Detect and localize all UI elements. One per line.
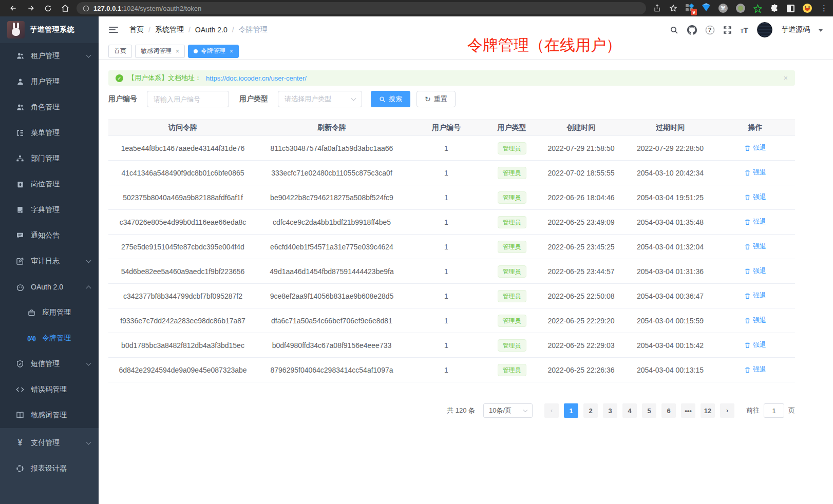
- col-actions: 操作: [715, 120, 795, 136]
- force-logout-button[interactable]: 强退: [744, 143, 766, 152]
- chevron-up-icon: [86, 285, 91, 290]
- force-logout-button[interactable]: 强退: [744, 242, 766, 251]
- users-icon: [15, 52, 25, 61]
- page-button-2[interactable]: 2: [583, 403, 598, 418]
- breadcrumb: 首页/ 系统管理/ OAuth 2.0/ 令牌管理: [129, 25, 268, 34]
- force-logout-button[interactable]: 强退: [744, 291, 766, 300]
- user-type-badge: 管理员: [498, 191, 526, 204]
- page-content: ✓ 【用户体系】文档地址： https://doc.iocoder.cn/use…: [99, 60, 833, 418]
- create-time-cell: 2022-06-25 22:26:36: [537, 358, 625, 382]
- bookmark-star-icon[interactable]: [669, 4, 677, 12]
- reset-button[interactable]: ↻ 重置: [416, 91, 456, 107]
- app-logo: 芋道管理系统: [0, 16, 99, 43]
- help-icon[interactable]: ?: [706, 26, 714, 34]
- sidebar-item-role[interactable]: 角色管理: [0, 94, 99, 120]
- force-logout-button[interactable]: 强退: [744, 168, 766, 177]
- ext-grid-icon[interactable]: 9: [686, 4, 694, 12]
- breadcrumb-system[interactable]: 系统管理: [155, 25, 184, 34]
- sidebar-item-dict[interactable]: 字典管理: [0, 197, 99, 223]
- home-icon[interactable]: [61, 4, 69, 12]
- create-time-cell: 2022-06-25 23:44:57: [537, 259, 625, 284]
- sidebar-item-errcode[interactable]: 错误码管理: [0, 377, 99, 402]
- table-header-row: 访问令牌 刷新令牌 用户编号 用户类型 创建时间 过期时间 操作: [108, 120, 795, 136]
- goto-page-input[interactable]: [764, 403, 784, 418]
- reload-icon[interactable]: [44, 5, 52, 12]
- force-logout-button[interactable]: 强退: [744, 365, 766, 374]
- hamburger-icon[interactable]: [109, 27, 118, 33]
- fullscreen-icon[interactable]: [723, 26, 732, 34]
- breadcrumb-home[interactable]: 首页: [129, 25, 144, 34]
- create-time-cell: 2022-06-26 18:04:46: [537, 185, 625, 210]
- sidebar-item-menu[interactable]: 菜单管理: [0, 120, 99, 146]
- trash-icon: [744, 219, 751, 225]
- sidebar-item-sensitive[interactable]: 敏感词管理: [0, 402, 99, 428]
- sidebar-item-pay[interactable]: ¥ 支付管理: [0, 430, 99, 456]
- force-logout-button[interactable]: 强退: [744, 316, 766, 325]
- page-button-1[interactable]: 1: [564, 403, 578, 418]
- access-token-cell: c342377bf8b344799dcbf7bf095287f2: [108, 284, 257, 308]
- search-button[interactable]: 搜索: [371, 91, 410, 107]
- ext-gem-icon[interactable]: [702, 5, 710, 11]
- sidebar-item-audit[interactable]: 审计日志: [0, 248, 99, 274]
- sidebar-item-report[interactable]: 报表设计器: [0, 456, 99, 481]
- sidebar-item-user[interactable]: 用户管理: [0, 69, 99, 94]
- close-icon[interactable]: ×: [230, 48, 233, 55]
- page-button-6[interactable]: 6: [661, 403, 676, 418]
- ext-command-icon[interactable]: ⌘: [718, 4, 728, 13]
- share-icon[interactable]: [653, 4, 661, 12]
- sidebar-item-dept[interactable]: 部门管理: [0, 146, 99, 171]
- sidebar-item-oauth-token[interactable]: ((A)) 令牌管理: [0, 325, 99, 351]
- sidebar-item-oauth-app[interactable]: 应用管理: [0, 300, 99, 325]
- doc-link[interactable]: https://doc.iocoder.cn/user-center/: [206, 74, 307, 82]
- font-size-icon[interactable]: TT: [741, 26, 748, 34]
- page-size-select[interactable]: 10条/页: [483, 403, 533, 418]
- chevron-down-icon: [86, 440, 91, 445]
- page-button-5[interactable]: 5: [642, 403, 656, 418]
- user-avatar[interactable]: [757, 22, 772, 37]
- browser-menu-icon[interactable]: ⋮: [820, 6, 828, 11]
- address-bar[interactable]: 127.0.0.1:1024/system/oauth2/token: [77, 2, 646, 14]
- tab-sensitive-words[interactable]: 敏感词管理×: [135, 45, 185, 58]
- breadcrumb-current: 令牌管理: [239, 25, 268, 34]
- user-id-cell: 1: [406, 136, 486, 161]
- table-row: 54d6be82ee5a460a9aedc1f9bf223656 49d1aa4…: [108, 259, 795, 284]
- prev-page-button[interactable]: ‹: [544, 403, 559, 418]
- user-type-select[interactable]: 请选择用户类型: [278, 91, 362, 107]
- next-page-button[interactable]: ›: [720, 403, 734, 418]
- close-icon[interactable]: ×: [176, 48, 179, 55]
- forward-icon[interactable]: [27, 4, 35, 12]
- code-icon: [15, 385, 25, 394]
- ext-puzzle-icon[interactable]: [770, 4, 779, 12]
- user-menu-caret-icon[interactable]: [819, 29, 823, 32]
- tab-home[interactable]: 首页: [108, 45, 132, 58]
- site-info-icon[interactable]: [83, 5, 89, 12]
- page-button-4[interactable]: 4: [622, 403, 637, 418]
- force-logout-button[interactable]: 强退: [744, 340, 766, 350]
- page-ellipsis-button[interactable]: •••: [681, 403, 695, 418]
- sidebar-item-sms[interactable]: 短信管理: [0, 351, 99, 377]
- github-icon[interactable]: [687, 25, 697, 35]
- sidebar-item-tenant[interactable]: 租户管理: [0, 43, 99, 69]
- search-icon[interactable]: [670, 26, 678, 34]
- sidebar-item-post[interactable]: 岗位管理: [0, 171, 99, 197]
- ext-emoji-icon[interactable]: [803, 4, 812, 13]
- sidebar-item-notice[interactable]: 通知公告: [0, 223, 99, 248]
- force-logout-button[interactable]: 强退: [744, 192, 766, 202]
- ext-split-window-icon[interactable]: [787, 5, 794, 12]
- pagination: 共 120 条 10条/页 ‹ 1 2 3 4 5 6 ••• 12 › 前往 …: [108, 403, 795, 418]
- alert-close-icon[interactable]: ×: [784, 74, 788, 82]
- expire-time-cell: 2054-03-04 00:15:59: [625, 308, 715, 333]
- user-id-input[interactable]: [147, 91, 229, 107]
- back-icon[interactable]: [9, 4, 17, 12]
- tab-token-management[interactable]: 令牌管理×: [188, 45, 239, 58]
- page-button-3[interactable]: 3: [603, 403, 617, 418]
- access-token-cell: 6d842e2924594de9a09e45e087323abe: [108, 358, 257, 382]
- force-logout-button[interactable]: 强退: [744, 266, 766, 276]
- username: 芋道源码: [781, 25, 810, 34]
- page-button-12[interactable]: 12: [701, 403, 715, 418]
- force-logout-button[interactable]: 强退: [744, 217, 766, 226]
- breadcrumb-oauth[interactable]: OAuth 2.0: [195, 26, 228, 34]
- ext-record-icon[interactable]: [736, 4, 745, 13]
- ext-star-icon[interactable]: [753, 4, 762, 13]
- sidebar-item-oauth[interactable]: OAuth 2.0: [0, 274, 99, 300]
